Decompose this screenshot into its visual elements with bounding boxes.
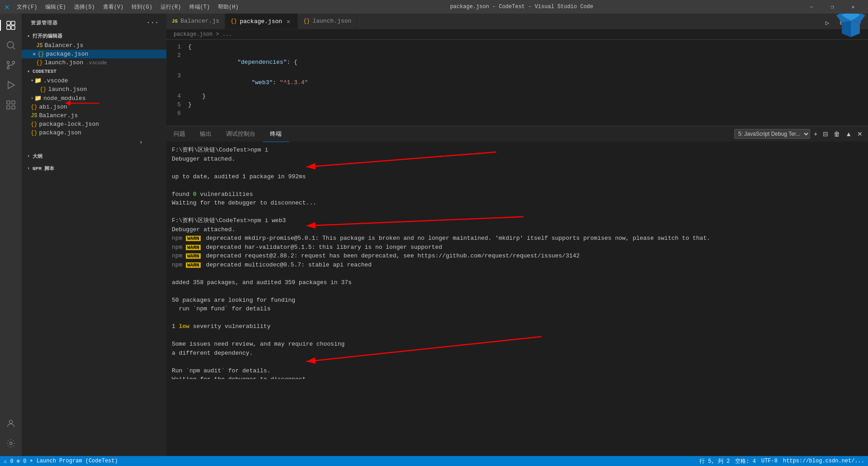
tab-package-json[interactable]: {} package.json ✕ — [225, 14, 298, 29]
outline-label: 大纲 — [33, 153, 42, 160]
terminal-content[interactable]: F:\资料\区块链\CodeTest>npm i Debugger attach… — [166, 142, 868, 379]
code-editor[interactable]: 1 { 2 "dependencies": { 3 "web3": "^1.3.… — [166, 40, 868, 126]
titlebar-buttons: — ❐ ✕ — [801, 0, 863, 14]
open-file-package[interactable]: ✕ {} package.json — [22, 50, 166, 58]
json-file-icon: {} — [38, 51, 44, 57]
terminal-wrapper: F:\资料\区块链\CodeTest>npm i Debugger attach… — [166, 142, 868, 379]
editor-area: JS Balancer.js {} package.json ✕ {} laun… — [166, 14, 868, 456]
panel-tab-output[interactable]: 输出 — [193, 126, 219, 142]
maximize-button[interactable]: ❐ — [822, 0, 843, 14]
source-control-icon[interactable] — [3, 57, 19, 73]
warn-text-dep-2: deprecated har-validator@5.1.5: this lib… — [206, 244, 442, 251]
menu-help[interactable]: 帮助(H) — [214, 2, 242, 12]
menu-file[interactable]: 文件(F) — [13, 2, 41, 12]
svg-rect-1 — [11, 21, 15, 25]
split-terminal-button[interactable]: ⊟ — [821, 129, 830, 138]
run-button[interactable]: ▷ — [821, 16, 834, 29]
extensions-icon[interactable] — [3, 97, 19, 113]
menu-terminal[interactable]: 终端(T) — [186, 2, 214, 12]
tab-launch-json[interactable]: {} launch.json — [298, 14, 357, 29]
close-button[interactable]: ✕ — [843, 0, 863, 14]
warn-label-1: WARN — [186, 236, 200, 241]
account-icon[interactable] — [3, 415, 19, 432]
file-launch-json-label: launch.json — [48, 86, 87, 93]
npm-scripts-section[interactable]: › NPM 脚本 — [22, 163, 166, 174]
status-errors-warnings[interactable]: ⚠ 0 ⊗ 0 — [4, 458, 26, 465]
status-line-col[interactable]: 行 5, 列 2 — [699, 457, 730, 465]
file-package-lock[interactable]: {} package-lock.json — [22, 120, 166, 128]
term-line-10: run `npm fund` for details — [172, 304, 863, 314]
terminal-selector[interactable]: 5: JavaScript Debug Ter... — [734, 129, 810, 139]
tab-close-button[interactable]: ✕ — [285, 18, 292, 25]
search-icon[interactable] — [3, 37, 19, 53]
folder-vscode[interactable]: ▾ 📁 .vscode — [22, 76, 166, 85]
minimize-button[interactable]: — — [801, 0, 822, 14]
warn-text-dep-4: deprecated multicodec@0.5.7: stable api … — [206, 262, 372, 268]
warn-text-dep-1: deprecated mkdirp-promise@5.0.1: This pa… — [206, 235, 710, 242]
panel-tabs: 问题 输出 调试控制台 终端 5: JavaScript Debug Ter..… — [166, 126, 868, 142]
svg-marker-20 — [851, 21, 860, 37]
status-encoding[interactable]: UTF-8 — [761, 458, 778, 464]
open-file-launch[interactable]: {} launch.json .vscode — [22, 58, 166, 67]
panel-close-button[interactable]: ✕ — [855, 129, 864, 138]
close-modified-icon[interactable]: ✕ — [33, 51, 36, 57]
file-package-json[interactable]: {} package.json — [22, 128, 166, 137]
settings-icon[interactable] — [3, 435, 19, 452]
menu-view[interactable]: 查看(V) — [99, 2, 127, 12]
menu-run[interactable]: 运行(R) — [157, 2, 185, 12]
panel-maximize-button[interactable]: ▲ — [844, 129, 854, 138]
sidebar-more-icon[interactable]: ··· — [145, 18, 161, 27]
line-content-3: "web3": "^1.3.4" — [188, 72, 868, 93]
term-line-11: 1 low severity vulnerability — [172, 322, 863, 331]
warn-label-4: WARN — [186, 262, 200, 268]
folder-node-label: node_modules — [43, 95, 86, 102]
launch-folder-label: .vscode — [86, 60, 107, 66]
explorer-icon[interactable] — [3, 17, 19, 33]
status-launch-program[interactable]: ⌖ Launch Program (CodeTest) — [30, 458, 118, 464]
panel-area: 问题 输出 调试控制台 终端 5: JavaScript Debug Ter..… — [166, 126, 868, 379]
file-abi-json[interactable]: {} abi.json — [22, 103, 166, 111]
add-terminal-button[interactable]: + — [812, 129, 819, 138]
term-line-5: Waiting for the debugger to disconnect..… — [172, 199, 863, 208]
panel-tab-terminal[interactable]: 终端 — [263, 126, 289, 142]
panel-tab-problems[interactable]: 问题 — [166, 126, 193, 142]
line-num-2: 2 — [166, 52, 188, 72]
tab-package-json-icon: {} — [231, 18, 237, 24]
term-line-2: Debugger attached. — [172, 155, 863, 164]
delete-terminal-button[interactable]: 🗑 — [832, 129, 842, 138]
node-modules-chevron: › — [31, 96, 33, 101]
open-file-balancer[interactable]: JS Balancer.js — [22, 41, 166, 50]
panel-tab-debug[interactable]: 调试控制台 — [219, 126, 263, 142]
project-section[interactable]: ▾ CODETEST — [22, 67, 166, 76]
file-balancer-js[interactable]: JS Balancer.js — [22, 111, 166, 120]
menu-edit[interactable]: 编辑(E) — [42, 2, 70, 12]
vscode-bird-icon — [833, 14, 868, 41]
file-launch-json[interactable]: {} launch.json — [22, 85, 166, 94]
titlebar-menu: 文件(F) 编辑(E) 选择(S) 查看(V) 转到(G) 运行(R) 终端(T… — [13, 2, 242, 12]
line-content-6 — [188, 110, 868, 119]
npm-scripts-label: NPM 脚本 — [33, 165, 54, 172]
debug-icon[interactable] — [3, 77, 19, 93]
status-url[interactable]: https://blog.csdn.net/... — [783, 458, 864, 464]
tab-balancer[interactable]: JS Balancer.js — [166, 14, 225, 29]
menu-goto[interactable]: 转到(G) — [128, 2, 156, 12]
vscode-logo: ✕ — [5, 2, 9, 12]
term-line-1: F:\资料\区块链\CodeTest>npm i — [172, 146, 863, 155]
status-spaces[interactable]: 空格: 4 — [735, 457, 756, 465]
titlebar: ✕ 文件(F) 编辑(E) 选择(S) 查看(V) 转到(G) 运行(R) 终端… — [0, 0, 868, 14]
svg-rect-3 — [11, 26, 15, 29]
open-editors-section[interactable]: ▾ 打开的编辑器 — [22, 31, 166, 41]
term-warn-2: npm WARN deprecated har-validator@5.1.5:… — [172, 243, 863, 252]
term-blank-3 — [172, 208, 863, 217]
open-file-launch-label: launch.json — [44, 59, 83, 66]
outline-section[interactable]: › 大纲 — [22, 151, 166, 162]
folder-node-modules[interactable]: › 📁 node_modules — [22, 94, 166, 103]
line-content-1: { — [188, 43, 868, 52]
editor-toolbar: ▷ ⊟ ··· — [821, 16, 868, 29]
line-num-5: 5 — [166, 101, 188, 110]
code-indent — [223, 59, 237, 66]
sidebar: 资源管理器 ··· ▾ 打开的编辑器 JS Balancer.js ✕ {} p… — [22, 14, 166, 456]
term-blank-6 — [172, 314, 863, 323]
menu-select[interactable]: 选择(S) — [71, 2, 99, 12]
code-line-5: 5 } — [166, 101, 868, 110]
